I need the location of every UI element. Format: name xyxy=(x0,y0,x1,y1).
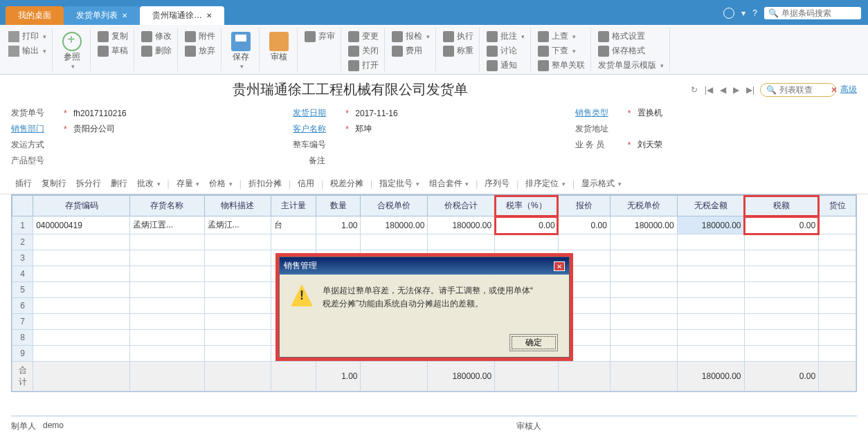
prev-icon[interactable]: ◀ xyxy=(718,84,727,96)
maker-label: 制单人 xyxy=(11,420,36,432)
help-icon[interactable]: ? xyxy=(752,8,757,18)
batch-edit-button[interactable]: 批改 xyxy=(133,176,165,191)
delete-row-button[interactable]: 删行 xyxy=(107,176,132,191)
dept-value[interactable]: 贵阳分公司 xyxy=(73,123,115,135)
col-amount[interactable]: 无税金额 xyxy=(677,196,744,216)
copy-button[interactable]: 复制 xyxy=(95,29,131,44)
combo-button[interactable]: 组合套件 xyxy=(425,176,473,191)
list-search[interactable]: 🔍 ✕ xyxy=(760,83,836,97)
insert-row-button[interactable]: 插行 xyxy=(11,176,36,191)
col-price-tax[interactable]: 合税单价 xyxy=(361,196,428,216)
discount-button[interactable]: 折扣分摊 xyxy=(244,176,286,191)
dialog-message: 单据超过整单容差，无法保存。请手工调整，或使用单体“ 税差分摊”功能由系统自动分… xyxy=(323,284,533,319)
warning-icon xyxy=(291,284,313,306)
recheck-button[interactable]: 报检 xyxy=(389,29,433,44)
abandon-button[interactable]: 放弃 xyxy=(182,44,218,58)
list-search-input[interactable] xyxy=(779,85,828,95)
dialog-ok-button[interactable]: 确定 xyxy=(509,334,558,351)
sort-button[interactable]: 排序定位 xyxy=(521,176,570,191)
modify-button[interactable]: 修改 xyxy=(138,29,174,44)
split-row-button[interactable]: 拆分行 xyxy=(72,176,105,191)
col-total-tax[interactable]: 价税合计 xyxy=(428,196,495,216)
col-tax[interactable]: 税额 xyxy=(744,196,819,216)
audit-button[interactable]: 审核 xyxy=(264,29,294,66)
modal-highlight: 销售管理 ✕ 单据超过整单容差，无法保存。请手工调整，或使用单体“ 税差分摊”功… xyxy=(275,253,573,361)
attach-button[interactable]: 附件 xyxy=(182,29,218,44)
close-button[interactable]: 关闭 xyxy=(345,44,381,58)
refresh-icon[interactable]: ↻ xyxy=(689,84,699,96)
print-button[interactable]: 打印 xyxy=(6,29,49,44)
first-icon[interactable]: |◀ xyxy=(703,84,714,96)
discuss-button[interactable]: 讨论 xyxy=(484,44,527,58)
remark-label: 备注 xyxy=(309,155,357,167)
doc-no-label: 发货单号 xyxy=(11,107,60,119)
delete-button[interactable]: 删除 xyxy=(138,44,174,58)
copy-row-button[interactable]: 复制行 xyxy=(37,176,71,191)
col-unit[interactable]: 主计量 xyxy=(271,196,316,216)
close-all-button[interactable]: 整单关联 xyxy=(535,58,588,73)
cust-value[interactable]: 郑坤 xyxy=(355,123,372,135)
barcode-search-input[interactable] xyxy=(781,8,851,18)
display-template-button[interactable]: 发货单显示模版 xyxy=(595,58,667,73)
price-button[interactable]: 价格 xyxy=(205,176,237,191)
maker-value: demo xyxy=(43,420,64,432)
col-quote[interactable]: 报价 xyxy=(558,196,610,216)
format-button[interactable]: 格式设置 xyxy=(595,29,667,44)
draft-button[interactable]: 草稿 xyxy=(95,44,131,58)
close-icon[interactable]: ✕ xyxy=(122,12,127,19)
sale-type-value[interactable]: 置换机 xyxy=(638,107,662,119)
save-button[interactable]: 保存 xyxy=(226,29,256,73)
date-label[interactable]: 发货日期 xyxy=(293,107,341,119)
weigh-button[interactable]: 称重 xyxy=(440,44,476,58)
dialog-close-button[interactable]: ✕ xyxy=(554,261,565,271)
dept-label[interactable]: 销售部门 xyxy=(11,123,60,135)
stock-button[interactable]: 存量 xyxy=(172,176,204,191)
credit-button[interactable]: 信用 xyxy=(293,176,318,191)
sales-value[interactable]: 刘天荣 xyxy=(638,139,662,151)
serial-button[interactable]: 序列号 xyxy=(480,176,514,191)
barcode-search[interactable]: 🔍 xyxy=(764,7,861,19)
close-icon[interactable]: ✕ xyxy=(206,12,212,19)
search-icon: 🔍 xyxy=(766,85,777,95)
dropdown-icon[interactable]: ▾ xyxy=(741,8,745,18)
date-value[interactable]: 2017-11-16 xyxy=(355,109,397,118)
down-button[interactable]: 下查 xyxy=(535,44,588,58)
display-fmt-button[interactable]: 显示格式 xyxy=(577,176,626,191)
notify-button[interactable]: 通知 xyxy=(484,58,527,73)
tab-desktop[interactable]: 我的桌面 xyxy=(6,6,64,25)
tab-current[interactable]: 贵州瑞通徐…✕ xyxy=(140,6,224,25)
table-sum-row: 合计 1.00 180000.00 180000.00 0.00 xyxy=(12,362,856,391)
cust-label[interactable]: 客户名称 xyxy=(293,123,341,135)
col-name[interactable]: 存货名称 xyxy=(129,196,204,216)
col-rate[interactable]: 税率（%） xyxy=(495,196,558,216)
col-price[interactable]: 无税单价 xyxy=(610,196,677,216)
col-qty[interactable]: 数量 xyxy=(316,196,361,216)
prod-label: 产品型号 xyxy=(11,155,60,167)
col-code[interactable]: 存货编码 xyxy=(33,196,130,216)
sale-type-label[interactable]: 销售类型 xyxy=(575,107,624,119)
tab-list[interactable]: 发货单列表✕ xyxy=(64,6,140,25)
approve-button[interactable]: 批注 xyxy=(484,29,527,44)
deaudit-button[interactable]: 弃审 xyxy=(302,29,338,44)
smile-icon[interactable] xyxy=(723,8,734,19)
page-title: 贵州瑞通徐工工程机械有限公司发货单 xyxy=(11,80,689,99)
last-icon[interactable]: ▶| xyxy=(745,84,756,96)
tax-diff-button[interactable]: 税差分摊 xyxy=(326,176,368,191)
save-format-button[interactable]: 保存格式 xyxy=(595,44,667,58)
table-row[interactable]: 1 0400000419 孟炳江置... 孟炳江... 台 1.00 18000… xyxy=(12,216,856,234)
output-button[interactable]: 输出 xyxy=(6,44,49,58)
reference-button[interactable]: 参照 xyxy=(57,29,87,73)
doc-no-value[interactable]: fh2017110216 xyxy=(73,109,127,118)
fee-button[interactable]: 费用 xyxy=(389,44,433,58)
change-button[interactable]: 变更 xyxy=(345,29,381,44)
up-button[interactable]: 上查 xyxy=(535,29,588,44)
col-loc[interactable]: 货位 xyxy=(819,196,856,216)
next-icon[interactable]: ▶ xyxy=(732,84,741,96)
batch-no-button[interactable]: 指定批号 xyxy=(375,176,424,191)
table-row[interactable]: 2 xyxy=(12,234,856,250)
open-button[interactable]: 打开 xyxy=(345,58,381,73)
col-desc[interactable]: 物料描述 xyxy=(204,196,271,216)
exec-button[interactable]: 执行 xyxy=(440,29,476,44)
advanced-link[interactable]: 高级 xyxy=(840,84,857,95)
clear-icon[interactable]: ✕ xyxy=(831,85,838,95)
